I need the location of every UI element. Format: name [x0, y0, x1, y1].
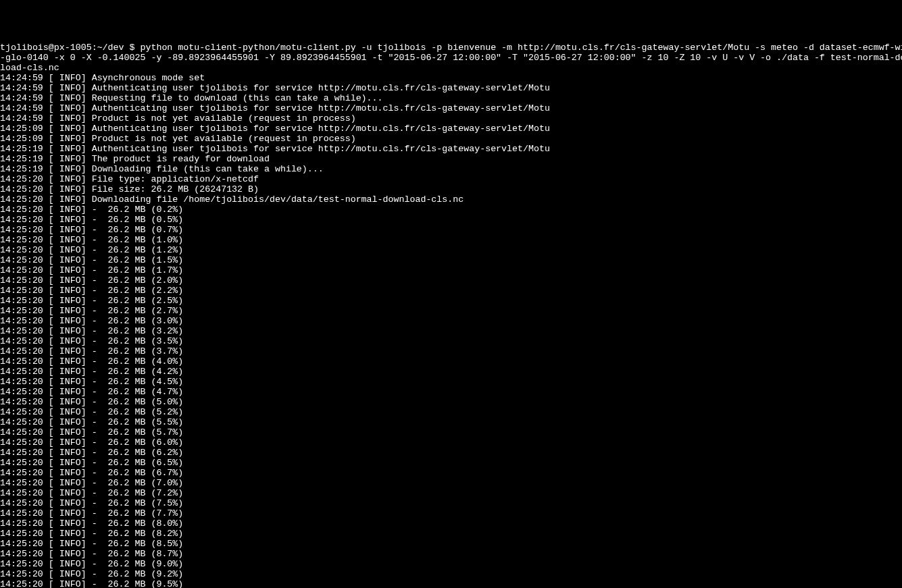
- progress-line: 14:25:20 [ INFO] - 26.2 MB (6.2%): [0, 448, 902, 458]
- progress-line: 14:25:20 [ INFO] - 26.2 MB (5.2%): [0, 407, 902, 417]
- progress-line: 14:25:20 [ INFO] - 26.2 MB (4.2%): [0, 367, 902, 377]
- progress-line: 14:25:20 [ INFO] - 26.2 MB (8.0%): [0, 518, 902, 529]
- progress-line: 14:25:20 [ INFO] - 26.2 MB (4.7%): [0, 387, 902, 397]
- progress-line: 14:25:20 [ INFO] - 26.2 MB (9.0%): [0, 559, 902, 569]
- log-line: 14:25:19 [ INFO] Downloading file (this …: [0, 164, 902, 174]
- progress-line: 14:25:20 [ INFO] - 26.2 MB (9.5%): [0, 579, 902, 588]
- progress-line: 14:25:20 [ INFO] - 26.2 MB (5.0%): [0, 397, 902, 407]
- progress-line: 14:25:20 [ INFO] - 26.2 MB (8.2%): [0, 529, 902, 539]
- progress-line: 14:25:20 [ INFO] - 26.2 MB (4.0%): [0, 356, 902, 367]
- progress-line: 14:25:20 [ INFO] - 26.2 MB (7.5%): [0, 498, 902, 508]
- progress-line: 14:25:20 [ INFO] - 26.2 MB (2.5%): [0, 296, 902, 306]
- log-line: 14:24:59 [ INFO] Authenticating user tjo…: [0, 83, 902, 93]
- progress-line: 14:25:20 [ INFO] - 26.2 MB (1.0%): [0, 235, 902, 245]
- log-line: 14:25:09 [ INFO] Product is not yet avai…: [0, 134, 902, 144]
- progress-line: 14:25:20 [ INFO] - 26.2 MB (3.7%): [0, 346, 902, 356]
- log-line: 14:24:59 [ INFO] Authenticating user tjo…: [0, 103, 902, 113]
- progress-line: 14:25:20 [ INFO] - 26.2 MB (7.0%): [0, 478, 902, 488]
- progress-line: 14:25:20 [ INFO] - 26.2 MB (3.0%): [0, 316, 902, 326]
- progress-line: 14:25:20 [ INFO] - 26.2 MB (0.7%): [0, 225, 902, 235]
- progress-line: 14:25:20 [ INFO] - 26.2 MB (6.5%): [0, 458, 902, 468]
- progress-line: 14:25:20 [ INFO] - 26.2 MB (8.5%): [0, 539, 902, 549]
- log-line: 14:25:09 [ INFO] Authenticating user tjo…: [0, 124, 902, 134]
- progress-line: 14:25:20 [ INFO] - 26.2 MB (9.2%): [0, 569, 902, 579]
- progress-line: 14:25:20 [ INFO] - 26.2 MB (1.2%): [0, 245, 902, 255]
- shell-prompt-line-cont: load-cls.nc: [0, 63, 902, 73]
- progress-line: 14:25:20 [ INFO] - 26.2 MB (3.2%): [0, 326, 902, 336]
- progress-line: 14:25:20 [ INFO] - 26.2 MB (8.7%): [0, 549, 902, 559]
- progress-line: 14:25:20 [ INFO] - 26.2 MB (1.5%): [0, 255, 902, 265]
- progress-line: 14:25:20 [ INFO] - 26.2 MB (1.7%): [0, 265, 902, 275]
- progress-line: 14:25:20 [ INFO] - 26.2 MB (6.0%): [0, 437, 902, 448]
- progress-line: 14:25:20 [ INFO] - 26.2 MB (2.0%): [0, 275, 902, 286]
- log-line: 14:24:59 [ INFO] Product is not yet avai…: [0, 113, 902, 124]
- log-line: 14:25:20 [ INFO] File size: 26.2 MB (262…: [0, 184, 902, 194]
- progress-line: 14:25:20 [ INFO] - 26.2 MB (7.7%): [0, 508, 902, 518]
- terminal-output[interactable]: tjolibois@px-1005:~/dev $ python motu-cl…: [0, 43, 902, 588]
- progress-line: 14:25:20 [ INFO] - 26.2 MB (6.7%): [0, 468, 902, 478]
- progress-line: 14:25:20 [ INFO] - 26.2 MB (5.7%): [0, 427, 902, 437]
- log-line: 14:25:20 [ INFO] Downloading file /home/…: [0, 194, 902, 205]
- log-line: 14:24:59 [ INFO] Asynchronous mode set: [0, 73, 902, 83]
- progress-line: 14:25:20 [ INFO] - 26.2 MB (2.2%): [0, 286, 902, 296]
- progress-line: 14:25:20 [ INFO] - 26.2 MB (3.5%): [0, 336, 902, 346]
- progress-line: 14:25:20 [ INFO] - 26.2 MB (5.5%): [0, 417, 902, 427]
- log-line: 14:25:20 [ INFO] File type: application/…: [0, 174, 902, 184]
- shell-prompt-line-cont: -glo-0140 -x 0 -X -0.140025 -y -89.89239…: [0, 53, 902, 63]
- progress-line: 14:25:20 [ INFO] - 26.2 MB (4.5%): [0, 377, 902, 387]
- progress-line: 14:25:20 [ INFO] - 26.2 MB (7.2%): [0, 488, 902, 498]
- progress-line: 14:25:20 [ INFO] - 26.2 MB (0.2%): [0, 205, 902, 215]
- log-line: 14:24:59 [ INFO] Requesting file to down…: [0, 93, 902, 103]
- log-line: 14:25:19 [ INFO] Authenticating user tjo…: [0, 144, 902, 154]
- progress-line: 14:25:20 [ INFO] - 26.2 MB (2.7%): [0, 306, 902, 316]
- progress-line: 14:25:20 [ INFO] - 26.2 MB (0.5%): [0, 215, 902, 225]
- log-line: 14:25:19 [ INFO] The product is ready fo…: [0, 154, 902, 164]
- shell-prompt-line: tjolibois@px-1005:~/dev $ python motu-cl…: [0, 43, 902, 53]
